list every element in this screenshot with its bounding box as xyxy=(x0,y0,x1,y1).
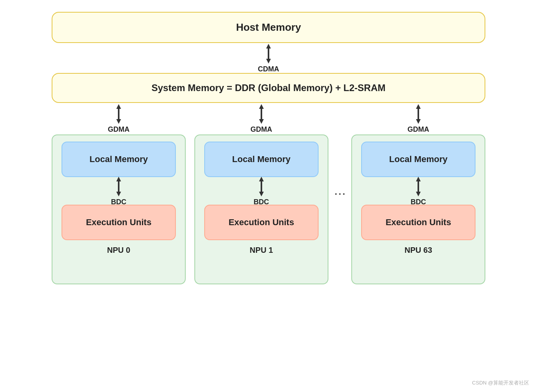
arrow-up-shaft xyxy=(268,49,269,55)
svg-marker-0 xyxy=(116,104,121,109)
npu1-execution-label: Execution Units xyxy=(229,217,294,228)
host-memory-label: Host Memory xyxy=(236,21,301,34)
svg-marker-20 xyxy=(416,177,421,181)
npu63-execution-label: Execution Units xyxy=(386,217,451,228)
svg-rect-21 xyxy=(418,181,419,188)
npu63-local-memory: Local Memory xyxy=(361,142,475,177)
svg-rect-1 xyxy=(118,109,119,115)
npu63-gdma-label: GDMA xyxy=(408,125,429,134)
svg-marker-4 xyxy=(116,177,121,181)
npu1-gdma-section: GDMA xyxy=(250,103,273,134)
npu63-bdc-arrow xyxy=(406,175,430,198)
svg-marker-19 xyxy=(416,119,421,124)
svg-marker-16 xyxy=(416,104,421,109)
npu1-gdma-label: GDMA xyxy=(250,125,272,134)
svg-marker-15 xyxy=(259,192,264,196)
svg-marker-23 xyxy=(416,192,421,196)
npu1-local-memory: Local Memory xyxy=(204,142,319,177)
npu0-local-memory-label: Local Memory xyxy=(90,154,148,164)
npu63-gdma-arrow xyxy=(406,103,430,125)
cdma-label: CDMA xyxy=(258,65,279,73)
svg-marker-7 xyxy=(116,192,121,196)
cdma-arrow-svg xyxy=(257,42,280,65)
arrow-down-head xyxy=(266,59,271,63)
dots-label: ... xyxy=(334,182,346,198)
npu0-execution-units: Execution Units xyxy=(62,205,176,240)
npu0-column: GDMA Local Memory BDC Execution Units xyxy=(52,103,186,284)
svg-rect-9 xyxy=(261,109,262,115)
system-memory-box: System Memory = DDR (Global Memory) + L2… xyxy=(52,73,485,103)
npu1-local-memory-label: Local Memory xyxy=(232,154,291,164)
svg-rect-5 xyxy=(118,181,119,188)
npu0-gdma-section: GDMA xyxy=(107,103,131,134)
npu63-local-memory-label: Local Memory xyxy=(389,154,448,164)
npu63-bdc-section: BDC xyxy=(406,177,430,205)
npu1-bdc-section: BDC xyxy=(250,177,273,205)
npu63-name: NPU 63 xyxy=(405,246,432,255)
npu0-name: NPU 0 xyxy=(107,246,131,255)
svg-rect-13 xyxy=(261,181,262,188)
svg-marker-8 xyxy=(259,104,264,109)
npu0-bdc-arrow xyxy=(107,175,131,198)
svg-rect-17 xyxy=(418,109,419,115)
npu1-box: Local Memory BDC Execution Units NPU 1 xyxy=(194,134,328,284)
npu63-execution-units: Execution Units xyxy=(361,205,475,240)
npu0-box: Local Memory BDC Execution Units NPU 0 xyxy=(52,134,186,284)
npu0-execution-label: Execution Units xyxy=(86,217,151,228)
npu1-gdma-arrow xyxy=(250,103,273,125)
npu0-gdma-arrow xyxy=(107,103,131,125)
npu1-name: NPU 1 xyxy=(250,246,273,255)
cdma-section: CDMA xyxy=(257,46,280,70)
host-memory-box: Host Memory xyxy=(52,12,485,43)
npu0-gdma-label: GDMA xyxy=(108,125,130,134)
system-memory-label: System Memory = DDR (Global Memory) + L2… xyxy=(151,82,385,93)
npu1-bdc-arrow xyxy=(250,175,273,198)
arrow-up-head xyxy=(266,44,271,49)
svg-marker-12 xyxy=(259,177,264,181)
npu63-box: Local Memory BDC Execution Units NPU 63 xyxy=(351,134,485,284)
npu63-gdma-section: GDMA xyxy=(406,103,430,134)
diagram-container: Host Memory CDMA System Memory = DDR (Gl… xyxy=(0,0,537,392)
npu-row: GDMA Local Memory BDC Execution Units xyxy=(52,103,485,384)
watermark: CSDN @算能开发者社区 xyxy=(472,379,529,386)
svg-marker-3 xyxy=(116,119,121,124)
svg-marker-11 xyxy=(259,119,264,124)
dots-separator: ... xyxy=(328,103,351,198)
npu0-bdc-section: BDC xyxy=(107,177,131,205)
npu1-column: GDMA Local Memory BDC Execution Units xyxy=(194,103,328,284)
npu63-column: GDMA Local Memory BDC Execution Units xyxy=(351,103,485,284)
npu1-execution-units: Execution Units xyxy=(204,205,319,240)
npu0-local-memory: Local Memory xyxy=(62,142,176,177)
